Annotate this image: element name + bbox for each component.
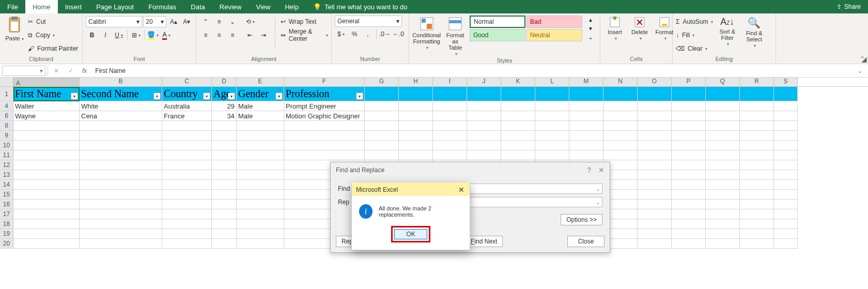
- cell[interactable]: [569, 111, 603, 121]
- cell[interactable]: [212, 190, 237, 200]
- cell[interactable]: [603, 141, 638, 150]
- cell[interactable]: [80, 219, 162, 229]
- column-header-N[interactable]: N: [603, 78, 638, 86]
- cell[interactable]: [80, 121, 162, 131]
- filter-dropdown[interactable]: [203, 93, 210, 100]
- cell[interactable]: [80, 229, 162, 239]
- confirm-input-button[interactable]: ✓: [65, 65, 77, 77]
- cell[interactable]: [740, 121, 774, 131]
- decrease-font-button[interactable]: A▾: [181, 16, 193, 27]
- cell[interactable]: [603, 150, 638, 160]
- cell[interactable]: Cena: [80, 111, 162, 121]
- merge-center-button[interactable]: ⇔Merge & Center: [281, 29, 328, 41]
- cell[interactable]: [212, 219, 237, 229]
- cell[interactable]: [535, 87, 569, 101]
- cell[interactable]: [399, 150, 433, 160]
- cell[interactable]: [672, 209, 706, 219]
- cell[interactable]: [740, 150, 774, 160]
- cell[interactable]: [706, 209, 740, 219]
- filter-dropdown[interactable]: [275, 93, 283, 100]
- increase-decimal-button[interactable]: .0→: [379, 28, 391, 40]
- column-header-B[interactable]: B: [80, 78, 162, 86]
- cell[interactable]: [672, 219, 706, 229]
- cell[interactable]: [501, 141, 535, 150]
- cell[interactable]: [467, 101, 501, 111]
- cell[interactable]: [212, 131, 237, 141]
- cell[interactable]: [706, 111, 740, 121]
- cell[interactable]: [237, 180, 284, 190]
- borders-button[interactable]: ⊞: [130, 29, 142, 41]
- select-all-corner[interactable]: [0, 78, 13, 86]
- cell[interactable]: [13, 131, 80, 141]
- tab-view[interactable]: View: [249, 0, 277, 13]
- cancel-input-button[interactable]: ✕: [50, 65, 63, 77]
- cell[interactable]: [433, 131, 467, 141]
- cell[interactable]: White: [80, 101, 162, 111]
- cell[interactable]: 29: [212, 101, 237, 111]
- cell[interactable]: [774, 141, 798, 150]
- cell[interactable]: [237, 160, 284, 170]
- style-scroll-down[interactable]: ▾: [584, 24, 597, 33]
- cell[interactable]: [80, 141, 162, 150]
- cell[interactable]: [162, 170, 212, 180]
- wrap-text-button[interactable]: ↩Wrap Text: [281, 16, 328, 28]
- cell[interactable]: [638, 229, 672, 239]
- cell[interactable]: Prompt Engineer: [284, 101, 365, 111]
- cell[interactable]: [399, 131, 433, 141]
- cell[interactable]: [774, 160, 798, 170]
- cell[interactable]: [638, 219, 672, 229]
- cell[interactable]: [501, 121, 535, 131]
- ok-button[interactable]: OK: [394, 229, 427, 239]
- tab-formulas[interactable]: Formulas: [141, 0, 183, 13]
- cell[interactable]: [13, 121, 80, 131]
- cell[interactable]: [13, 200, 80, 209]
- row-header[interactable]: 19: [0, 229, 13, 239]
- column-header-G[interactable]: G: [365, 78, 399, 86]
- cut-button[interactable]: Cut: [28, 16, 78, 28]
- cell[interactable]: [13, 170, 80, 180]
- cell[interactable]: [535, 121, 569, 131]
- tab-home[interactable]: Home: [25, 0, 58, 13]
- cell[interactable]: [284, 121, 365, 131]
- orientation-button[interactable]: ⟲: [244, 16, 256, 27]
- cell[interactable]: [13, 160, 80, 170]
- cell[interactable]: [237, 170, 284, 180]
- tab-insert[interactable]: Insert: [58, 0, 89, 13]
- cell[interactable]: [672, 180, 706, 190]
- cell[interactable]: [672, 239, 706, 249]
- column-header-P[interactable]: P: [672, 78, 706, 86]
- row-header[interactable]: 4: [0, 101, 13, 111]
- find-next-button[interactable]: Find Next: [465, 236, 503, 247]
- cell[interactable]: [672, 170, 706, 180]
- cell[interactable]: [237, 150, 284, 160]
- cell[interactable]: [162, 239, 212, 249]
- cell[interactable]: [467, 150, 501, 160]
- style-bad[interactable]: Bad: [526, 16, 582, 28]
- cell[interactable]: Second Name: [80, 87, 162, 101]
- cell[interactable]: [237, 131, 284, 141]
- decrease-indent-button[interactable]: ⇤: [244, 29, 256, 41]
- cell[interactable]: [237, 121, 284, 131]
- cell[interactable]: [365, 150, 399, 160]
- cell[interactable]: [535, 141, 569, 150]
- font-color-button[interactable]: A: [160, 29, 173, 41]
- cell[interactable]: [638, 239, 672, 249]
- row-header[interactable]: 20: [0, 239, 13, 249]
- column-header-F[interactable]: F: [284, 78, 365, 86]
- delete-cell-button[interactable]: Delete: [628, 16, 651, 42]
- cell[interactable]: [740, 209, 774, 219]
- cell[interactable]: [13, 180, 80, 190]
- number-format-select[interactable]: General▾: [335, 16, 402, 27]
- column-header-O[interactable]: O: [638, 78, 672, 86]
- cell[interactable]: [638, 150, 672, 160]
- cell[interactable]: Gender: [237, 87, 284, 101]
- cell[interactable]: [706, 180, 740, 190]
- row-header[interactable]: 12: [0, 160, 13, 170]
- cell[interactable]: [365, 87, 399, 101]
- cell[interactable]: [603, 121, 638, 131]
- cell[interactable]: [365, 111, 399, 121]
- row-header[interactable]: 8: [0, 121, 13, 131]
- cell[interactable]: [501, 131, 535, 141]
- cell[interactable]: Profession: [284, 87, 365, 101]
- cell[interactable]: [162, 229, 212, 239]
